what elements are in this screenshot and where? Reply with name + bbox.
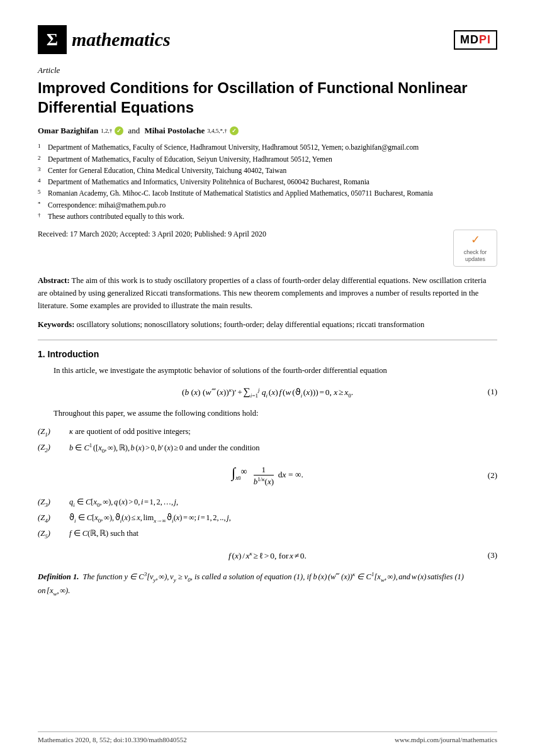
keywords-text: oscillatory solutions; nonoscillatory so… (76, 320, 424, 329)
conditions-list-2: (Z3) qi ∈ C[x0, ∞), q (x) > 0, i = 1, 2,… (38, 496, 497, 541)
abstract-text: The aim of this work is to study oscilla… (38, 276, 487, 310)
author-2-superscript: 3,4,5,*,† (207, 128, 227, 134)
footer-left: Mathematics 2020, 8, 552; doi:10.3390/ma… (38, 736, 187, 743)
affil-4: 4 Department of Mathematics and Informat… (38, 177, 497, 187)
condition-z2-text: b ∈ C1 ([x0, ∞), ℝ), b (x) > 0, b′ (x) ≥… (69, 441, 497, 456)
affil-2-text: Department of Mathematics, Faculty of Ed… (48, 154, 497, 165)
received-line: Received: 17 March 2020; Accepted: 3 Apr… (38, 230, 497, 267)
page: Σ mathematics MDPI Article Improved Cond… (0, 0, 535, 756)
authors-line: Omar Bazighifan1,2,† ✓ and Mihai Postola… (38, 126, 497, 136)
condition-z1-label: (Z1) (38, 425, 63, 440)
affil-dagger-text: These authors contributed equally to thi… (48, 211, 497, 222)
affil-3-text: Center for General Education, China Medi… (48, 165, 497, 176)
journal-name: mathematics (72, 29, 171, 50)
condition-z5-label: (Z5) (38, 527, 63, 542)
affil-1: 1 Department of Mathematics, Faculty of … (38, 142, 497, 153)
equation-3-content: f (x) / xκ ≥ ℓ > 0, for x ≠ 0. (228, 550, 307, 561)
sigma-icon: Σ (38, 25, 67, 54)
author-1-name: Omar Bazighifan (38, 126, 98, 136)
footer-right: www.mdpi.com/journal/mathematics (395, 736, 497, 743)
affil-2: 2 Department of Mathematics, Faculty of … (38, 154, 497, 165)
check-updates-icon: ✓ (471, 233, 480, 247)
affil-dagger-sym: † (38, 211, 45, 222)
condition-z3-text: qi ∈ C[x0, ∞), q (x) > 0, i = 1, 2, …, j… (69, 496, 497, 510)
footer: Mathematics 2020, 8, 552; doi:10.3390/ma… (38, 731, 497, 743)
article-type-label: Article (38, 65, 497, 75)
mdpi-logo: MDPI (454, 30, 497, 50)
affil-4-num: 4 (38, 177, 45, 187)
affil-3: 3 Center for General Education, China Me… (38, 165, 497, 176)
mdpi-pi: PI (479, 33, 491, 46)
equation-3-block: f (x) / xκ ≥ ℓ > 0, for x ≠ 0. (3) (38, 550, 497, 561)
equation-2-number: (2) (488, 470, 497, 481)
author-1-superscript: 1,2,† (101, 128, 112, 134)
abstract-section: Abstract: The aim of this work is to stu… (38, 274, 497, 312)
author-connector: and (126, 126, 142, 136)
orcid-icon-2[interactable]: ✓ (230, 126, 239, 135)
condition-z4: (Z4) ϑi ∈ C[x0, ∞), ϑi(x) ≤ x, limx→∞ ϑi… (38, 511, 497, 526)
affil-1-text: Department of Mathematics, Faculty of Sc… (48, 142, 497, 153)
condition-z5-text: f ∈ C(ℝ, ℝ) such that (69, 527, 497, 542)
definition-1-label: Definition 1. (38, 572, 79, 581)
conditions-list: (Z1) κ are quotient of odd positive inte… (38, 425, 497, 456)
affiliations: 1 Department of Mathematics, Faculty of … (38, 142, 497, 222)
condition-z2: (Z2) b ∈ C1 ([x0, ∞), ℝ), b (x) > 0, b′ … (38, 441, 497, 456)
section-1-para-2: Throughout this paper, we assume the fol… (38, 407, 497, 420)
keywords-section: Keywords: oscillatory solutions; nonosci… (38, 318, 497, 331)
equation-1-content: (b (x) (w‴ (x))κ)′ + ∑i=1j qi (x) f (w (… (182, 386, 353, 399)
affil-3-num: 3 (38, 165, 45, 176)
affil-star-sym: * (38, 200, 45, 211)
article-title: Improved Conditions for Oscillation of F… (38, 78, 497, 117)
condition-z4-text: ϑi ∈ C[x0, ∞), ϑi(x) ≤ x, limx→∞ ϑi(x) =… (69, 511, 497, 526)
equation-1-math: (b (x) (w‴ (x))κ)′ + ∑i=1j qi (x) f (w (… (182, 387, 353, 397)
mdpi-md: MD (460, 33, 479, 46)
affil-5-num: 5 (38, 188, 45, 199)
abstract-label: Abstract: (38, 276, 70, 285)
check-for-updates-badge[interactable]: ✓ check forupdates (453, 230, 497, 267)
equation-1-number: (1) (488, 387, 497, 397)
affil-4-text: Department of Mathematics and Informatic… (48, 177, 497, 187)
section-1-para-1: In this article, we investigate the asym… (38, 364, 497, 377)
condition-z1: (Z1) κ are quotient of odd positive inte… (38, 425, 497, 440)
logo-area: Σ mathematics (38, 25, 171, 54)
condition-z1-text: κ are quotient of odd positive integers; (69, 425, 497, 440)
definition-1-block: Definition 1. The function y ∈ C3[vy, ∞)… (38, 570, 497, 599)
condition-z3: (Z3) qi ∈ C[x0, ∞), q (x) > 0, i = 1, 2,… (38, 496, 497, 510)
section-1-heading: 1. Introduction (38, 349, 497, 359)
section-divider (38, 340, 497, 340)
condition-z4-label: (Z4) (38, 511, 63, 526)
equation-3-math: f (x) / xκ ≥ ℓ > 0, for x ≠ 0. (228, 551, 307, 560)
affil-5: 5 Romanian Academy, Gh. Mihoc-C. Iacob I… (38, 188, 497, 199)
affil-5-text: Romanian Academy, Gh. Mihoc-C. Iacob Ins… (48, 188, 497, 199)
equation-2-math: ∫x0∞ 1 b1/κ(x) dx = ∞. (232, 470, 303, 479)
affil-2-num: 2 (38, 154, 45, 165)
equation-1-block: (b (x) (w‴ (x))κ)′ + ∑i=1j qi (x) f (w (… (38, 386, 497, 399)
received-text: Received: 17 March 2020; Accepted: 3 Apr… (38, 230, 453, 239)
author-2-name: Mihai Postolache (144, 126, 205, 136)
keywords-label: Keywords: (38, 320, 74, 329)
header: Σ mathematics MDPI (38, 25, 497, 54)
orcid-icon-1[interactable]: ✓ (115, 126, 123, 135)
condition-z3-label: (Z3) (38, 496, 63, 510)
definition-1-text: The function y ∈ C3[vy, ∞), vy ≥ v0, is … (38, 572, 464, 595)
check-updates-label: check forupdates (464, 249, 487, 264)
equation-2-block: ∫x0∞ 1 b1/κ(x) dx = ∞. (2) (38, 465, 497, 487)
affil-dagger: † These authors contributed equally to t… (38, 211, 497, 222)
equation-3-number: (3) (488, 550, 497, 560)
affil-star-text: Correspondence: mihai@mathem.pub.ro (48, 200, 497, 211)
affil-star: * Correspondence: mihai@mathem.pub.ro (38, 200, 497, 211)
equation-2-content: ∫x0∞ 1 b1/κ(x) dx = ∞. (232, 465, 303, 487)
condition-z2-label: (Z2) (38, 441, 63, 456)
affil-1-num: 1 (38, 142, 45, 153)
condition-z5: (Z5) f ∈ C(ℝ, ℝ) such that (38, 527, 497, 542)
